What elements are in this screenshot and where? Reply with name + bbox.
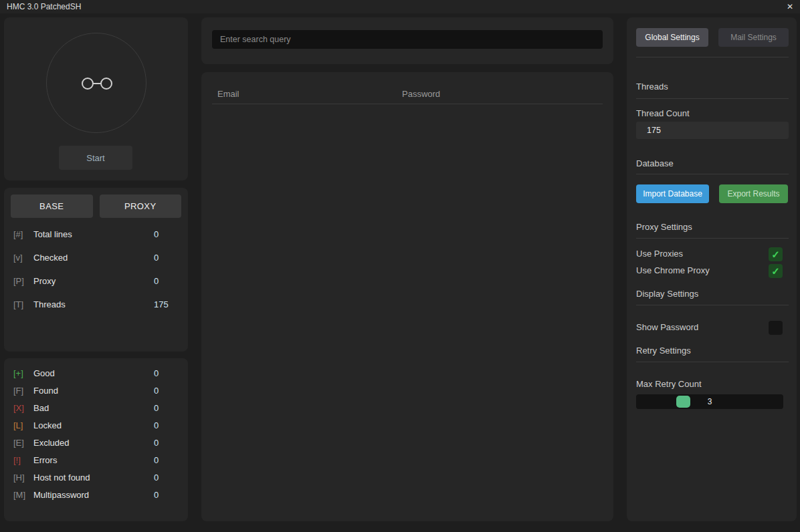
- thread-count-label: Thread Count: [636, 108, 690, 119]
- use-chrome-proxy-label: Use Chrome Proxy: [636, 265, 710, 276]
- glasses-icon: [82, 77, 112, 90]
- start-button[interactable]: Start: [59, 146, 132, 170]
- stat-value: 0: [154, 417, 159, 434]
- use-chrome-proxy-checkbox[interactable]: ✓: [769, 264, 783, 278]
- stat-prefix: [+]: [13, 365, 33, 382]
- logo-panel: Start: [4, 17, 188, 180]
- stat-value: 0: [154, 269, 159, 293]
- divider: [636, 362, 789, 362]
- stats-list-bottom: [+]Good0 [F]Found0 [X]Bad0 [L]Locked0 [E…: [4, 365, 188, 504]
- tab-global-settings[interactable]: Global Settings: [636, 28, 708, 47]
- section-title-retry-settings: Retry Settings: [636, 346, 691, 356]
- title-bar: HMC 3.0 PatchedSH ✕: [0, 0, 800, 13]
- base-stats-panel: BASE PROXY [#]Total lines0 [v]Checked0 […: [4, 188, 188, 352]
- stat-prefix: [X]: [13, 400, 33, 417]
- stat-row-excluded: [E]Excluded0: [4, 434, 188, 452]
- stat-label: Bad: [33, 403, 49, 413]
- max-retry-slider-thumb[interactable]: [676, 396, 690, 408]
- stat-value: 0: [154, 382, 159, 400]
- app-window: HMC 3.0 PatchedSH ✕ Start BASE PROXY [#]…: [0, 0, 800, 532]
- divider: [636, 238, 789, 239]
- stat-value: 0: [154, 400, 159, 417]
- column-header-email: Email: [217, 89, 239, 99]
- stat-label: Locked: [33, 420, 62, 430]
- stat-row-bad: [X]Bad0: [4, 400, 188, 417]
- stat-row-checked: [v]Checked0: [4, 246, 188, 269]
- max-retry-slider-value: 3: [703, 394, 716, 409]
- results-table-panel: Email Password: [201, 72, 613, 521]
- stat-label: Multipassword: [33, 490, 89, 500]
- stat-prefix: [P]: [13, 269, 33, 293]
- stat-row-total-lines: [#]Total lines0: [4, 223, 188, 246]
- window-title: HMC 3.0 PatchedSH: [7, 2, 81, 11]
- import-database-button[interactable]: Import Database: [636, 184, 709, 203]
- tab-proxy[interactable]: PROXY: [100, 194, 182, 218]
- base-proxy-tabs: BASE PROXY: [11, 194, 181, 218]
- export-results-button[interactable]: Export Results: [719, 184, 788, 203]
- search-panel: [201, 17, 613, 64]
- show-password-label: Show Password: [636, 322, 698, 333]
- divider: [636, 305, 789, 305]
- section-title-database: Database: [636, 158, 674, 169]
- stat-row-threads: [T]Threads175: [4, 293, 188, 316]
- stat-label: Found: [33, 386, 58, 396]
- results-stats-panel: [+]Good0 [F]Found0 [X]Bad0 [L]Locked0 [E…: [4, 358, 188, 521]
- use-proxies-checkbox[interactable]: ✓: [769, 247, 783, 261]
- stat-row-found: [F]Found0: [4, 382, 188, 400]
- stat-prefix: [!]: [13, 452, 33, 469]
- stat-label: Excluded: [33, 438, 69, 448]
- stat-value: 0: [154, 223, 159, 246]
- stat-prefix: [#]: [13, 223, 33, 246]
- stat-prefix: [L]: [13, 417, 33, 434]
- stat-row-locked: [L]Locked0: [4, 417, 188, 434]
- stat-row-good: [+]Good0: [4, 365, 188, 382]
- max-retry-slider[interactable]: 3: [636, 394, 783, 409]
- stat-row-errors: [!]Errors0: [4, 452, 188, 469]
- use-proxies-label: Use Proxies: [636, 249, 683, 259]
- stat-label: Host not found: [33, 473, 90, 483]
- stat-value: 0: [154, 487, 159, 504]
- show-password-checkbox[interactable]: [769, 321, 783, 335]
- stat-prefix: [F]: [13, 382, 33, 400]
- stat-value: 0: [154, 365, 159, 382]
- stat-prefix: [M]: [13, 487, 33, 504]
- stat-prefix: [v]: [13, 246, 33, 269]
- stat-value: 0: [154, 434, 159, 452]
- column-header-password: Password: [402, 89, 440, 99]
- stat-value: 0: [154, 452, 159, 469]
- settings-panel: Global Settings Mail Settings Threads Th…: [627, 17, 797, 521]
- stat-label: Total lines: [33, 229, 72, 239]
- stat-row-multipassword: [M]Multipassword0: [4, 487, 188, 504]
- stat-value: 0: [154, 469, 159, 487]
- divider: [636, 98, 789, 99]
- stat-prefix: [T]: [13, 293, 33, 316]
- stat-value: 0: [154, 246, 159, 269]
- thread-count-input[interactable]: [636, 122, 789, 139]
- stat-row-proxy: [P]Proxy0: [4, 269, 188, 293]
- stat-value: 175: [154, 293, 169, 316]
- stat-label: Good: [33, 368, 55, 378]
- section-title-threads: Threads: [636, 82, 668, 92]
- search-input[interactable]: [212, 30, 603, 49]
- stat-prefix: [H]: [13, 469, 33, 487]
- stat-label: Errors: [33, 455, 57, 465]
- stats-list-top: [#]Total lines0 [v]Checked0 [P]Proxy0 [T…: [4, 223, 188, 316]
- close-icon[interactable]: ✕: [784, 1, 796, 12]
- stat-label: Checked: [33, 253, 68, 263]
- stat-row-host-not-found: [H]Host not found0: [4, 469, 188, 487]
- section-title-display-settings: Display Settings: [636, 289, 698, 299]
- max-retry-count-label: Max Retry Count: [636, 379, 702, 390]
- stat-prefix: [E]: [13, 434, 33, 452]
- table-header: Email Password: [212, 87, 603, 104]
- section-title-proxy-settings: Proxy Settings: [636, 222, 692, 233]
- logo-circle: [46, 33, 146, 133]
- stat-label: Proxy: [33, 276, 56, 286]
- divider: [636, 174, 789, 174]
- tab-mail-settings[interactable]: Mail Settings: [718, 28, 789, 47]
- tab-base[interactable]: BASE: [11, 194, 93, 218]
- stat-label: Threads: [33, 299, 66, 309]
- divider: [636, 57, 789, 57]
